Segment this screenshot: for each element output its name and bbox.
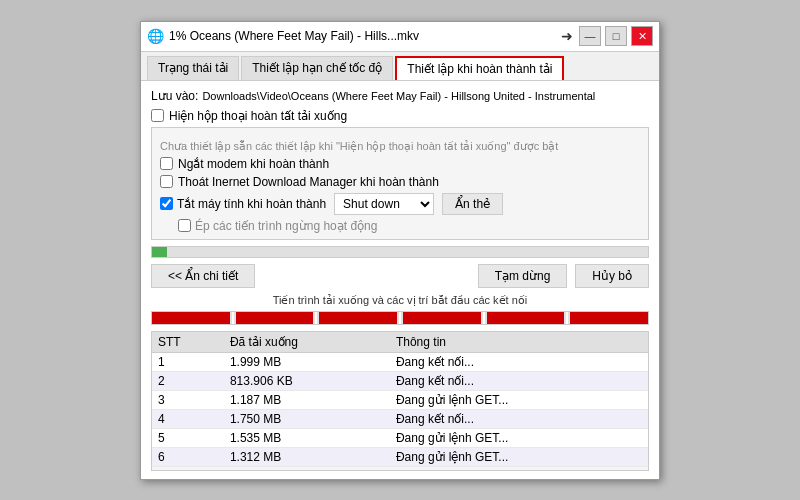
cell-downloaded: 1.999 MB	[224, 352, 390, 371]
save-path: Downloads\Video\Oceans (Where Feet May F…	[202, 90, 595, 102]
divider-3	[399, 312, 401, 324]
divider-1	[232, 312, 234, 324]
table-row: 5 1.535 MB Đang gửi lệnh GET...	[152, 428, 648, 447]
segment-3	[319, 312, 397, 324]
option3-label: Tắt máy tính khi hoàn thành	[177, 197, 326, 211]
option4-checkbox[interactable]	[178, 219, 191, 232]
option1-label: Ngắt modem khi hoàn thành	[178, 157, 329, 171]
shutdown-row: Tắt máy tính khi hoàn thành Shut down Hi…	[160, 193, 640, 215]
cell-stt: 2	[152, 371, 224, 390]
pause-button[interactable]: Tạm dừng	[478, 264, 568, 288]
title-bar: 🌐 1% Oceans (Where Feet May Fail) - Hill…	[141, 22, 659, 52]
shutdown-dropdown[interactable]: Shut down Hibernate Sleep Log off	[334, 193, 434, 215]
cell-info: Đang kết nối...	[390, 371, 648, 390]
tab-content: Lưu vào: Downloads\Video\Oceans (Where F…	[141, 81, 659, 479]
col-stt: STT	[152, 332, 224, 353]
cell-stt: 3	[152, 390, 224, 409]
cell-stt: 4	[152, 409, 224, 428]
option3-checkbox[interactable]	[160, 197, 173, 210]
section-note: Chưa thiết lập sẵn các thiết lập khi "Hi…	[160, 140, 640, 153]
cancel-button[interactable]: Hủy bỏ	[575, 264, 649, 288]
divider-4	[483, 312, 485, 324]
table-row: 3 1.187 MB Đang gửi lệnh GET...	[152, 390, 648, 409]
close-button[interactable]: ✕	[631, 26, 653, 46]
option2-row: Thoát Inernet Download Manager khi hoàn …	[160, 175, 640, 189]
show-dialog-checkbox[interactable]	[151, 109, 164, 122]
option4-label: Ép các tiến trình ngừng hoạt động	[195, 219, 377, 233]
downloads-table-container[interactable]: STT Đã tải xuống Thông tin 1 1.999 MB Đa…	[151, 331, 649, 471]
tab-bar: Trạng thái tải Thiết lập hạn chế tốc độ …	[141, 52, 659, 81]
table-row: 4 1.750 MB Đang kết nối...	[152, 409, 648, 428]
col-info: Thông tin	[390, 332, 648, 353]
hide-details-button[interactable]: << Ẩn chi tiết	[151, 264, 255, 288]
progress-bar-fill	[152, 247, 167, 257]
arrow-icon: ➜	[561, 28, 573, 44]
option2-label: Thoát Inernet Download Manager khi hoàn …	[178, 175, 439, 189]
option4-row: Ép các tiến trình ngừng hoạt động	[178, 219, 640, 233]
action-buttons: << Ẩn chi tiết Tạm dừng Hủy bỏ	[151, 264, 649, 288]
main-progress-bar	[151, 246, 649, 258]
show-dialog-label: Hiện hộp thoại hoàn tất tải xuống	[169, 109, 347, 123]
cell-stt: 6	[152, 447, 224, 466]
save-row: Lưu vào: Downloads\Video\Oceans (Where F…	[151, 89, 649, 103]
cell-stt: 1	[152, 352, 224, 371]
table-row: 6 1.312 MB Đang gửi lệnh GET...	[152, 447, 648, 466]
option2-checkbox[interactable]	[160, 175, 173, 188]
tab-thiet-lap[interactable]: Thiết lập hạn chế tốc độ	[241, 56, 393, 80]
segment-progress-bar	[151, 311, 649, 325]
window-title: 1% Oceans (Where Feet May Fail) - Hills.…	[169, 29, 561, 43]
cell-downloaded: 813.906 KB	[224, 371, 390, 390]
tab-hoan-thanh[interactable]: Thiết lập khi hoàn thành tải	[395, 56, 564, 80]
cell-downloaded: 1.187 MB	[224, 390, 390, 409]
cell-downloaded: 1.750 MB	[224, 409, 390, 428]
cell-info: Đang kết nối...	[390, 409, 648, 428]
cell-downloaded: 1.535 MB	[224, 428, 390, 447]
tab-trang-thai[interactable]: Trạng thái tải	[147, 56, 239, 80]
downloads-table: STT Đã tải xuống Thông tin 1 1.999 MB Đa…	[152, 332, 648, 467]
an-the-button[interactable]: Ẩn thẻ	[442, 193, 503, 215]
option1-checkbox[interactable]	[160, 157, 173, 170]
cell-info: Đang gửi lệnh GET...	[390, 390, 648, 409]
segment-label: Tiến trình tải xuống và các vị trí bắt đ…	[151, 294, 649, 307]
cell-downloaded: 1.312 MB	[224, 447, 390, 466]
col-downloaded: Đã tải xuống	[224, 332, 390, 353]
segment-6	[570, 312, 648, 324]
cell-info: Đang gửi lệnh GET...	[390, 447, 648, 466]
right-buttons: Tạm dừng Hủy bỏ	[478, 264, 649, 288]
main-window: 🌐 1% Oceans (Where Feet May Fail) - Hill…	[140, 21, 660, 480]
option1-row: Ngắt modem khi hoàn thành	[160, 157, 640, 171]
cell-info: Đang gửi lệnh GET...	[390, 428, 648, 447]
divider-5	[566, 312, 568, 324]
segment-2	[236, 312, 314, 324]
segment-5	[487, 312, 565, 324]
option3-container: Tắt máy tính khi hoàn thành	[160, 197, 326, 211]
segment-1	[152, 312, 230, 324]
table-header-row: STT Đã tải xuống Thông tin	[152, 332, 648, 353]
divider-2	[315, 312, 317, 324]
table-row: 1 1.999 MB Đang kết nối...	[152, 352, 648, 371]
show-dialog-row: Hiện hộp thoại hoàn tất tải xuống	[151, 109, 649, 123]
app-icon: 🌐	[147, 28, 163, 44]
maximize-button[interactable]: □	[605, 26, 627, 46]
minimize-button[interactable]: —	[579, 26, 601, 46]
options-group: Chưa thiết lập sẵn các thiết lập khi "Hi…	[151, 127, 649, 240]
title-controls: — □ ✕	[579, 26, 653, 46]
cell-stt: 5	[152, 428, 224, 447]
table-row: 2 813.906 KB Đang kết nối...	[152, 371, 648, 390]
cell-info: Đang kết nối...	[390, 352, 648, 371]
segment-4	[403, 312, 481, 324]
save-label: Lưu vào:	[151, 89, 198, 103]
